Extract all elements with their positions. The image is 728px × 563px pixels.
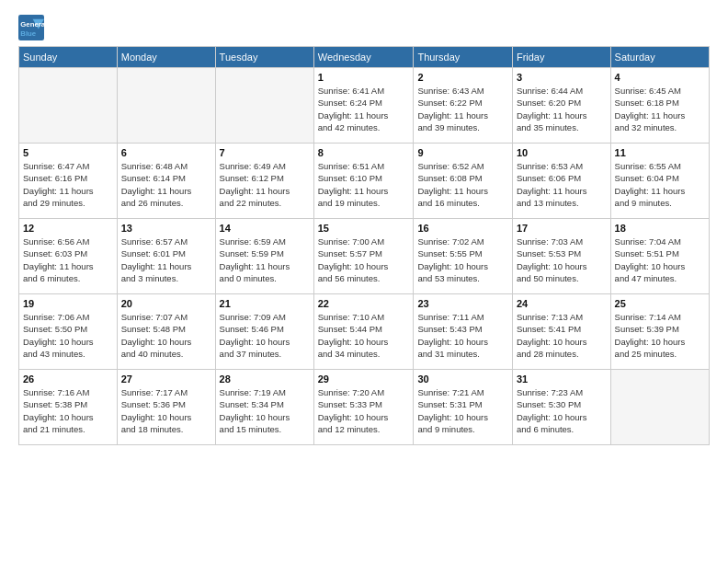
weekday-header-row: SundayMondayTuesdayWednesdayThursdayFrid… xyxy=(19,47,710,68)
day-info: Sunrise: 6:53 AM Sunset: 6:06 PM Dayligh… xyxy=(517,160,607,209)
calendar-cell: 17Sunrise: 7:03 AM Sunset: 5:53 PM Dayli… xyxy=(512,219,610,294)
calendar-cell: 1Sunrise: 6:41 AM Sunset: 6:24 PM Daylig… xyxy=(313,68,414,144)
calendar-cell: 20Sunrise: 7:07 AM Sunset: 5:48 PM Dayli… xyxy=(117,294,215,370)
calendar-cell xyxy=(19,68,118,144)
week-row-2: 12Sunrise: 6:56 AM Sunset: 6:03 PM Dayli… xyxy=(19,219,710,294)
calendar-cell: 30Sunrise: 7:21 AM Sunset: 5:31 PM Dayli… xyxy=(414,370,513,445)
day-number: 5 xyxy=(23,147,113,158)
weekday-header-friday: Friday xyxy=(512,47,610,68)
day-info: Sunrise: 7:09 AM Sunset: 5:46 PM Dayligh… xyxy=(220,311,310,360)
calendar-cell: 22Sunrise: 7:10 AM Sunset: 5:44 PM Dayli… xyxy=(313,294,414,370)
calendar-cell: 11Sunrise: 6:55 AM Sunset: 6:04 PM Dayli… xyxy=(610,144,709,219)
day-number: 26 xyxy=(23,373,113,385)
day-info: Sunrise: 6:45 AM Sunset: 6:18 PM Dayligh… xyxy=(615,85,705,133)
day-info: Sunrise: 7:04 AM Sunset: 5:51 PM Dayligh… xyxy=(615,236,705,284)
day-number: 2 xyxy=(417,72,508,83)
day-info: Sunrise: 6:44 AM Sunset: 6:20 PM Dayligh… xyxy=(517,85,607,133)
calendar-cell: 18Sunrise: 7:04 AM Sunset: 5:51 PM Dayli… xyxy=(610,219,709,294)
header: General Blue xyxy=(18,15,710,40)
weekday-header-monday: Monday xyxy=(117,47,215,68)
svg-text:General: General xyxy=(20,20,44,29)
day-info: Sunrise: 6:57 AM Sunset: 6:01 PM Dayligh… xyxy=(121,236,211,284)
day-number: 11 xyxy=(615,147,705,158)
day-number: 16 xyxy=(417,223,508,234)
weekday-header-wednesday: Wednesday xyxy=(313,47,414,68)
day-number: 23 xyxy=(417,298,508,309)
day-info: Sunrise: 7:16 AM Sunset: 5:38 PM Dayligh… xyxy=(23,386,113,435)
day-info: Sunrise: 6:47 AM Sunset: 6:16 PM Dayligh… xyxy=(23,160,113,209)
day-number: 6 xyxy=(121,147,211,158)
weekday-header-sunday: Sunday xyxy=(19,47,118,68)
calendar-cell: 8Sunrise: 6:51 AM Sunset: 6:10 PM Daylig… xyxy=(313,144,414,219)
calendar-cell: 7Sunrise: 6:49 AM Sunset: 6:12 PM Daylig… xyxy=(215,144,313,219)
day-number: 9 xyxy=(417,147,508,158)
weekday-header-saturday: Saturday xyxy=(610,47,709,68)
calendar-cell: 9Sunrise: 6:52 AM Sunset: 6:08 PM Daylig… xyxy=(414,144,513,219)
calendar-cell: 15Sunrise: 7:00 AM Sunset: 5:57 PM Dayli… xyxy=(313,219,414,294)
day-number: 22 xyxy=(318,298,410,309)
calendar-cell: 21Sunrise: 7:09 AM Sunset: 5:46 PM Dayli… xyxy=(215,294,313,370)
calendar-cell: 5Sunrise: 6:47 AM Sunset: 6:16 PM Daylig… xyxy=(19,144,118,219)
logo: General Blue xyxy=(18,15,48,40)
day-info: Sunrise: 7:20 AM Sunset: 5:33 PM Dayligh… xyxy=(318,386,410,435)
calendar-cell: 6Sunrise: 6:48 AM Sunset: 6:14 PM Daylig… xyxy=(117,144,215,219)
weekday-header-thursday: Thursday xyxy=(414,47,513,68)
day-number: 18 xyxy=(615,223,705,234)
day-number: 19 xyxy=(23,298,113,309)
day-info: Sunrise: 7:23 AM Sunset: 5:30 PM Dayligh… xyxy=(517,386,607,435)
day-info: Sunrise: 6:43 AM Sunset: 6:22 PM Dayligh… xyxy=(417,85,508,133)
calendar-cell: 10Sunrise: 6:53 AM Sunset: 6:06 PM Dayli… xyxy=(512,144,610,219)
calendar-cell: 24Sunrise: 7:13 AM Sunset: 5:41 PM Dayli… xyxy=(512,294,610,370)
day-info: Sunrise: 7:13 AM Sunset: 5:41 PM Dayligh… xyxy=(517,311,607,360)
calendar-cell: 25Sunrise: 7:14 AM Sunset: 5:39 PM Dayli… xyxy=(610,294,709,370)
calendar-cell: 16Sunrise: 7:02 AM Sunset: 5:55 PM Dayli… xyxy=(414,219,513,294)
day-info: Sunrise: 6:55 AM Sunset: 6:04 PM Dayligh… xyxy=(615,160,705,209)
calendar-cell xyxy=(117,68,215,144)
day-number: 1 xyxy=(318,72,410,83)
day-number: 20 xyxy=(121,298,211,309)
week-row-4: 26Sunrise: 7:16 AM Sunset: 5:38 PM Dayli… xyxy=(19,370,710,445)
day-info: Sunrise: 7:17 AM Sunset: 5:36 PM Dayligh… xyxy=(121,386,211,435)
calendar-cell: 12Sunrise: 6:56 AM Sunset: 6:03 PM Dayli… xyxy=(19,219,118,294)
calendar-cell: 14Sunrise: 6:59 AM Sunset: 5:59 PM Dayli… xyxy=(215,219,313,294)
day-info: Sunrise: 7:03 AM Sunset: 5:53 PM Dayligh… xyxy=(517,236,607,284)
weekday-header-tuesday: Tuesday xyxy=(215,47,313,68)
calendar-cell: 3Sunrise: 6:44 AM Sunset: 6:20 PM Daylig… xyxy=(512,68,610,144)
day-number: 30 xyxy=(417,373,508,385)
day-info: Sunrise: 7:02 AM Sunset: 5:55 PM Dayligh… xyxy=(417,236,508,284)
day-number: 31 xyxy=(517,373,607,385)
week-row-3: 19Sunrise: 7:06 AM Sunset: 5:50 PM Dayli… xyxy=(19,294,710,370)
day-info: Sunrise: 7:21 AM Sunset: 5:31 PM Dayligh… xyxy=(417,386,508,435)
day-info: Sunrise: 6:48 AM Sunset: 6:14 PM Dayligh… xyxy=(121,160,211,209)
day-number: 27 xyxy=(121,373,211,385)
day-info: Sunrise: 7:00 AM Sunset: 5:57 PM Dayligh… xyxy=(318,236,410,284)
calendar-cell: 23Sunrise: 7:11 AM Sunset: 5:43 PM Dayli… xyxy=(414,294,513,370)
day-number: 21 xyxy=(220,298,310,309)
day-number: 25 xyxy=(615,298,705,309)
day-info: Sunrise: 6:49 AM Sunset: 6:12 PM Dayligh… xyxy=(220,160,310,209)
svg-text:Blue: Blue xyxy=(20,29,37,38)
calendar-cell: 31Sunrise: 7:23 AM Sunset: 5:30 PM Dayli… xyxy=(512,370,610,445)
page: General Blue SundayMondayTuesdayWednesda… xyxy=(0,0,728,563)
day-info: Sunrise: 7:19 AM Sunset: 5:34 PM Dayligh… xyxy=(220,386,310,435)
day-number: 13 xyxy=(121,223,211,234)
calendar-cell: 27Sunrise: 7:17 AM Sunset: 5:36 PM Dayli… xyxy=(117,370,215,445)
day-info: Sunrise: 7:14 AM Sunset: 5:39 PM Dayligh… xyxy=(615,311,705,360)
day-info: Sunrise: 7:07 AM Sunset: 5:48 PM Dayligh… xyxy=(121,311,211,360)
day-info: Sunrise: 7:10 AM Sunset: 5:44 PM Dayligh… xyxy=(318,311,410,360)
calendar-cell xyxy=(610,370,709,445)
day-number: 10 xyxy=(517,147,607,158)
calendar: SundayMondayTuesdayWednesdayThursdayFrid… xyxy=(18,46,710,445)
day-number: 24 xyxy=(517,298,607,309)
day-number: 29 xyxy=(318,373,410,385)
day-number: 28 xyxy=(220,373,310,385)
day-info: Sunrise: 6:56 AM Sunset: 6:03 PM Dayligh… xyxy=(23,236,113,284)
calendar-cell: 19Sunrise: 7:06 AM Sunset: 5:50 PM Dayli… xyxy=(19,294,118,370)
day-info: Sunrise: 6:51 AM Sunset: 6:10 PM Dayligh… xyxy=(318,160,410,209)
day-number: 3 xyxy=(517,72,607,83)
day-number: 7 xyxy=(220,147,310,158)
day-info: Sunrise: 7:06 AM Sunset: 5:50 PM Dayligh… xyxy=(23,311,113,360)
day-info: Sunrise: 6:59 AM Sunset: 5:59 PM Dayligh… xyxy=(220,236,310,284)
day-info: Sunrise: 7:11 AM Sunset: 5:43 PM Dayligh… xyxy=(417,311,508,360)
logo-icon: General Blue xyxy=(18,15,44,40)
